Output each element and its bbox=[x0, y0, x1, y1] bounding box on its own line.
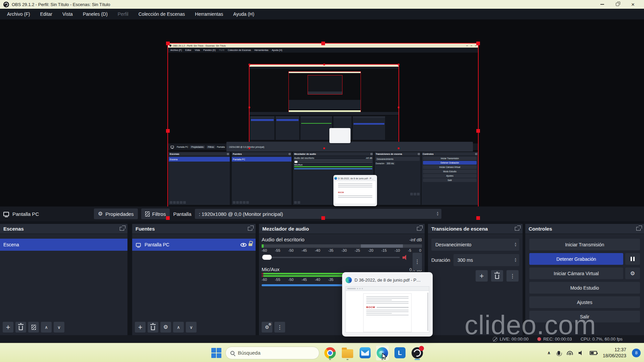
taskbar-obs-button[interactable] bbox=[411, 345, 424, 361]
mute-speaker-icon[interactable] bbox=[402, 255, 409, 260]
add-scene-button[interactable]: + bbox=[3, 322, 13, 333]
settings-button[interactable]: Ajustes bbox=[529, 296, 640, 308]
combo-spinner-icon[interactable]: ∧∨ bbox=[512, 239, 519, 251]
meter-tick-label: 0 bbox=[419, 248, 421, 252]
capture-handle[interactable] bbox=[321, 42, 325, 45]
volume-slider-handle[interactable] bbox=[262, 255, 272, 260]
properties-button[interactable]: ⚙ Propiedades bbox=[94, 208, 138, 219]
chrome-icon bbox=[324, 347, 336, 359]
popout-icon[interactable] bbox=[636, 227, 641, 231]
mixer-toolbar: ⚙ ⋮ bbox=[262, 322, 285, 333]
preview-sources-dock: Fuentes Pantalla PC bbox=[232, 152, 291, 205]
move-source-up-button[interactable]: ∧ bbox=[173, 322, 184, 333]
preview-control-button: Iniciar Transmisión bbox=[423, 157, 477, 160]
menu-item[interactable]: Colección de Escenas bbox=[133, 9, 190, 19]
popout-icon[interactable] bbox=[515, 227, 519, 231]
menu-item[interactable]: Vista bbox=[57, 9, 78, 19]
scene-filters-button[interactable] bbox=[28, 322, 39, 333]
edge-taskbar-preview[interactable]: D 36-2022, de 8 de junio.pdf - P… BOCM bbox=[342, 272, 433, 337]
add-transition-button[interactable]: + bbox=[476, 270, 488, 282]
screen-select[interactable]: : 644x362 @ 0,0 (Monitor principal) ∧∨ bbox=[195, 209, 441, 219]
add-source-button[interactable]: + bbox=[135, 322, 146, 333]
volume-slider[interactable] bbox=[262, 257, 400, 258]
tray-clock[interactable]: 12:37 18/06/2023 bbox=[603, 347, 626, 359]
menu-item[interactable]: Archivo (F) bbox=[2, 9, 35, 19]
stop-recording-button[interactable]: Detener Grabación bbox=[529, 253, 623, 265]
combo-spinner-icon[interactable]: ∧∨ bbox=[434, 209, 441, 219]
popup-thumbnail[interactable]: BOCM bbox=[345, 286, 429, 333]
taskbar-explorer-button[interactable] bbox=[341, 345, 354, 361]
virtual-camera-settings-button[interactable]: ⚙ bbox=[625, 267, 640, 279]
notification-badge[interactable]: 8 bbox=[632, 349, 641, 357]
spinbox-arrows-icon[interactable]: ∧∨ bbox=[512, 254, 519, 266]
preview-menu-item: Archivo (F) bbox=[169, 49, 183, 51]
preview-source-name: Pantalla PC bbox=[177, 146, 188, 148]
mixer-menu-button[interactable]: ⋮ bbox=[274, 322, 285, 333]
search-box[interactable]: Búsqueda bbox=[225, 347, 319, 359]
minimize-button[interactable] bbox=[594, 0, 610, 9]
l2-handle bbox=[323, 64, 325, 65]
channel-menu-button[interactable]: ⋮ bbox=[413, 253, 422, 270]
menu-item[interactable]: Perfil bbox=[113, 9, 133, 19]
remove-scene-button[interactable] bbox=[15, 322, 26, 333]
pause-recording-button[interactable] bbox=[625, 253, 640, 265]
tray-wifi-icon[interactable] bbox=[567, 351, 573, 355]
taskbar-chrome-button[interactable] bbox=[323, 345, 337, 361]
taskbar-mail-button[interactable] bbox=[358, 345, 372, 361]
preview-source-toolbar: Pantalla PC Propiedades Filtros Pantalla… bbox=[168, 143, 478, 150]
remove-transition-button[interactable] bbox=[491, 270, 503, 282]
popout-icon[interactable] bbox=[120, 227, 124, 231]
tray-mic-icon[interactable] bbox=[557, 351, 560, 355]
start-button[interactable] bbox=[211, 348, 221, 358]
menu-item[interactable]: Paneles (D) bbox=[78, 9, 113, 19]
taskbar-l-app-button[interactable]: L bbox=[393, 345, 407, 361]
sources-toolbar: + ⚙ ∧ ∨ bbox=[135, 322, 197, 333]
filters-button[interactable]: Filtros bbox=[141, 208, 170, 219]
maximize-button[interactable] bbox=[610, 0, 625, 9]
l3-titlebar bbox=[289, 72, 361, 73]
bocm-logo: BOCM bbox=[366, 306, 375, 309]
start-streaming-button[interactable]: Iniciar Transmisión bbox=[529, 239, 640, 250]
thumb-browser-bar bbox=[346, 287, 429, 291]
advanced-audio-button[interactable]: ⚙ bbox=[262, 322, 272, 333]
popout-icon[interactable] bbox=[417, 227, 421, 231]
menu-item[interactable]: Herramientas bbox=[190, 9, 228, 19]
menu-item[interactable]: Editar bbox=[35, 9, 57, 19]
meter-tick-label: -55 bbox=[275, 248, 280, 252]
preview-menu-item: Herramientas bbox=[253, 49, 270, 51]
preview-window-title: OBS 29.1.2 - Perfil: Sin Título - Escena… bbox=[173, 45, 226, 47]
move-scene-down-button[interactable]: ∨ bbox=[54, 322, 64, 333]
menu-item[interactable]: Ayuda (H) bbox=[228, 9, 259, 19]
move-scene-up-button[interactable]: ∧ bbox=[41, 322, 52, 333]
meter-tick-label: -60 bbox=[262, 278, 267, 282]
controls-buttons: Iniciar Transmisión Detener Grabación In… bbox=[525, 234, 644, 322]
capture-handle[interactable] bbox=[166, 42, 170, 45]
capture-handle[interactable] bbox=[321, 216, 325, 220]
studio-mode-button[interactable]: Modo Estudio bbox=[529, 282, 640, 294]
capture-handle[interactable] bbox=[166, 216, 170, 220]
scene-item[interactable]: Escena bbox=[0, 239, 127, 251]
tray-chevron-icon[interactable]: ∧ bbox=[547, 350, 551, 355]
capture-handle[interactable] bbox=[476, 42, 480, 45]
l-app-icon: L bbox=[394, 347, 406, 358]
tray-volume-icon[interactable] bbox=[579, 351, 584, 355]
duration-spinbox[interactable]: 300 ms ∧∨ bbox=[453, 254, 519, 266]
transition-select[interactable]: Desvanecimiento ∧∨ bbox=[431, 239, 519, 251]
tray-battery-icon[interactable] bbox=[590, 351, 597, 355]
capture-handle[interactable] bbox=[476, 129, 480, 133]
transition-menu-button[interactable]: ⋮ bbox=[506, 270, 519, 282]
unlock-icon[interactable] bbox=[249, 243, 252, 246]
start-virtual-camera-button[interactable]: Iniciar Cámara Virtual bbox=[529, 267, 623, 279]
move-source-down-button[interactable]: ∨ bbox=[186, 322, 197, 333]
source-item[interactable]: Pantalla PC bbox=[132, 239, 256, 251]
screen-capture-source[interactable]: OBS 29.1.2 - Perfil: Sin Título - Escena… bbox=[167, 43, 479, 219]
popout-icon[interactable] bbox=[248, 227, 252, 231]
visibility-eye-icon[interactable] bbox=[240, 243, 247, 247]
close-button[interactable]: × bbox=[625, 0, 641, 9]
trash-icon bbox=[151, 326, 155, 330]
capture-handle[interactable] bbox=[166, 129, 170, 133]
preview-level1: OBS 29.1.2 - Perfil: Sin Título - Escena… bbox=[168, 44, 478, 218]
source-properties-button[interactable]: ⚙ bbox=[160, 322, 171, 333]
capture-handle[interactable] bbox=[476, 216, 480, 220]
remove-source-button[interactable] bbox=[148, 322, 158, 333]
